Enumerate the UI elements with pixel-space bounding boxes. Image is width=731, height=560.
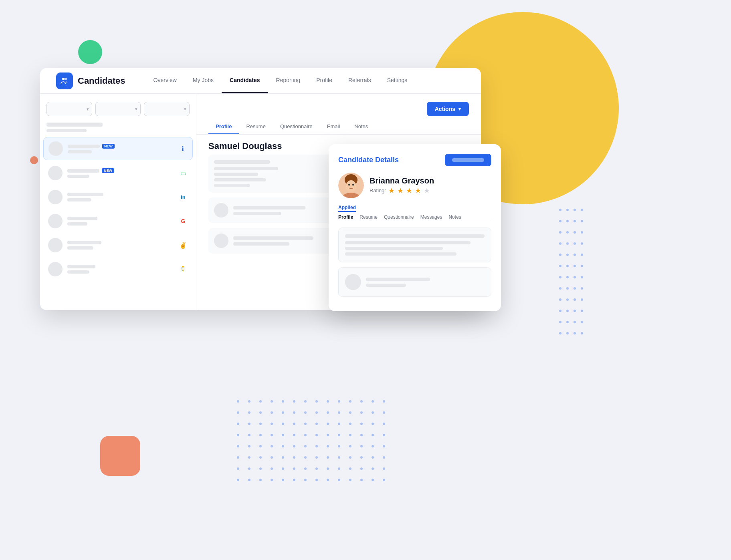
- svg-point-102: [282, 479, 284, 481]
- nav-referrals[interactable]: Referrals: [340, 68, 379, 93]
- decoration-circle-orange: [30, 156, 38, 164]
- candidate-side-panel: Candidate Details Brianna: [329, 144, 501, 311]
- svg-point-24: [349, 411, 351, 414]
- candidate-item-2[interactable]: NEW ▭: [43, 162, 193, 184]
- svg-point-142: [573, 287, 576, 290]
- svg-point-59: [271, 445, 273, 447]
- svg-point-134: [573, 265, 576, 267]
- svg-point-63: [315, 445, 318, 447]
- svg-point-124: [559, 242, 561, 245]
- sub-skeleton-6: [67, 270, 89, 274]
- source-icon-mic: 🎙: [178, 264, 188, 274]
- actions-button[interactable]: Actions ▾: [427, 102, 469, 116]
- svg-point-72: [259, 456, 262, 459]
- avatar-3: [48, 190, 63, 204]
- filter-1-wrap: [46, 102, 92, 116]
- side-tab-questionnaire[interactable]: Questionnaire: [384, 214, 414, 220]
- svg-point-86: [259, 467, 262, 470]
- nav-reporting[interactable]: Reporting: [268, 68, 309, 93]
- candidate-item-6[interactable]: 🎙: [43, 258, 193, 280]
- candidate-item-4[interactable]: G: [43, 210, 193, 232]
- nav-overview[interactable]: Overview: [145, 68, 185, 93]
- nav-myjobs[interactable]: My Jobs: [185, 68, 222, 93]
- svg-point-66: [349, 445, 351, 447]
- filter-select-2[interactable]: [95, 102, 141, 116]
- svg-point-79: [338, 456, 340, 459]
- svg-point-15: [248, 411, 250, 414]
- svg-point-83: [383, 456, 385, 459]
- side-avatar-row: [345, 274, 485, 290]
- svg-point-98: [237, 479, 239, 481]
- svg-point-106: [327, 479, 329, 481]
- nav-profile[interactable]: Profile: [308, 68, 340, 93]
- candidate-item-3[interactable]: in: [43, 186, 193, 208]
- svg-point-21: [315, 411, 318, 414]
- candidate-list: NEW ℹ NEW ▭: [40, 137, 196, 280]
- detail-avatar-2: [214, 234, 228, 248]
- svg-point-5: [293, 400, 295, 403]
- tab-profile[interactable]: Profile: [208, 119, 239, 134]
- svg-point-94: [349, 467, 351, 470]
- svg-point-151: [581, 310, 583, 312]
- candidate-item-1[interactable]: NEW ℹ: [43, 137, 193, 160]
- svg-point-40: [372, 423, 374, 425]
- svg-point-140: [559, 287, 561, 290]
- tab-notes[interactable]: Notes: [347, 119, 375, 134]
- svg-point-141: [566, 287, 569, 290]
- rating-row: Rating: ★ ★ ★ ★ ★: [370, 186, 434, 195]
- svg-point-82: [372, 456, 374, 459]
- svg-point-103: [293, 479, 295, 481]
- svg-point-64: [327, 445, 329, 447]
- candidate-item-5[interactable]: ✌️: [43, 234, 193, 256]
- sub-skeleton-4: [67, 222, 87, 226]
- candidate-meta-1: NEW: [68, 144, 173, 149]
- side-tab-messages[interactable]: Messages: [420, 214, 442, 220]
- side-content-card-1: [338, 228, 491, 262]
- nav-settings[interactable]: Settings: [379, 68, 416, 93]
- side-panel-action-button[interactable]: [445, 154, 491, 166]
- candidate-info-4: [67, 217, 174, 226]
- svg-point-80: [349, 456, 351, 459]
- svg-point-13: [383, 400, 385, 403]
- svg-point-100: [259, 479, 262, 481]
- side-tab-profile[interactable]: Profile: [338, 214, 353, 220]
- side-tab-resume[interactable]: Resume: [359, 214, 378, 220]
- tab-resume[interactable]: Resume: [239, 119, 273, 134]
- svg-point-84: [237, 467, 239, 470]
- svg-point-32: [282, 423, 284, 425]
- tab-email[interactable]: Email: [320, 119, 347, 134]
- svg-point-104: [304, 479, 307, 481]
- candidate-info-6: [67, 265, 174, 274]
- nav-candidates[interactable]: Candidates: [222, 68, 268, 93]
- filter-select-3[interactable]: [144, 102, 190, 116]
- svg-point-42: [237, 434, 239, 436]
- svg-point-28: [237, 423, 239, 425]
- svg-point-35: [315, 423, 318, 425]
- svg-point-31: [271, 423, 273, 425]
- svg-point-41: [383, 423, 385, 425]
- sub-skeleton-1: [68, 150, 92, 153]
- svg-point-107: [338, 479, 340, 481]
- svg-point-16: [259, 411, 262, 414]
- source-icon-linkedin: in: [178, 192, 188, 202]
- svg-point-132: [559, 265, 561, 267]
- svg-point-54: [372, 434, 374, 436]
- side-tab-notes[interactable]: Notes: [448, 214, 461, 220]
- svg-point-50: [327, 434, 329, 436]
- name-skeleton-1: [68, 145, 100, 148]
- svg-point-146: [573, 298, 576, 301]
- candidates-sidebar: NEW ℹ NEW ▭: [40, 94, 196, 310]
- svg-point-61: [293, 445, 295, 447]
- avatar-2: [48, 166, 63, 180]
- svg-point-77: [315, 456, 318, 459]
- source-icon-peace: ✌️: [178, 240, 188, 250]
- tab-questionnaire[interactable]: Questionnaire: [273, 119, 320, 134]
- filter-3-wrap: [144, 102, 190, 116]
- svg-point-70: [237, 456, 239, 459]
- svg-point-68: [372, 445, 374, 447]
- filter-select-1[interactable]: [46, 102, 92, 116]
- avatar-4: [48, 214, 63, 228]
- side-content-card-2: [338, 267, 491, 297]
- candidate-display-name: Brianna Grayson: [370, 176, 434, 185]
- svg-point-118: [573, 220, 576, 222]
